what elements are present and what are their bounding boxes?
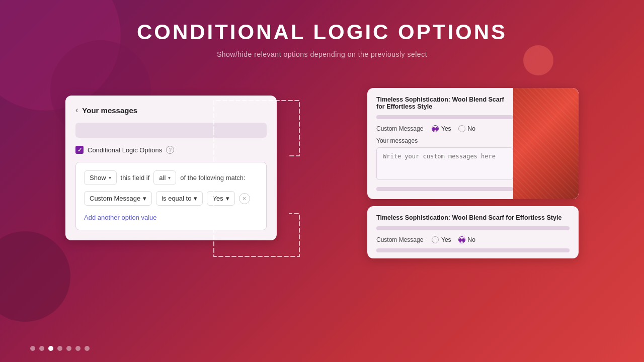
top-custom-message-label: Custom Message <box>376 125 427 132</box>
checkbox-row: Conditional Logic Options ? <box>75 146 267 154</box>
page-subtitle: Show/hide relevant options depending on … <box>0 50 644 58</box>
dot-2[interactable] <box>39 346 44 351</box>
close-icon: × <box>243 195 247 202</box>
condition-operator-dropdown[interactable]: is equal to ▾ <box>156 191 203 206</box>
bottom-yes-radio[interactable] <box>432 236 439 243</box>
chevron-down-icon-5: ▾ <box>226 195 229 202</box>
show-dropdown[interactable]: Show ▾ <box>84 170 117 185</box>
scarf-image <box>513 88 579 199</box>
dot-1[interactable] <box>30 346 35 351</box>
dot-4[interactable] <box>57 346 62 351</box>
dot-5[interactable] <box>66 346 71 351</box>
chevron-down-icon: ▾ <box>109 175 111 180</box>
card-title: Your messages <box>82 106 137 115</box>
chevron-down-icon-3: ▾ <box>143 195 146 202</box>
top-product-card: Timeless Sophistication: Wool Blend Scar… <box>367 88 579 199</box>
top-your-messages-label: Your messages <box>376 137 513 144</box>
chevron-down-icon-2: ▾ <box>168 175 171 180</box>
header: CONDITIONAL LOGIC OPTIONS Show/hide rele… <box>0 0 644 58</box>
bottom-no-option[interactable]: No <box>458 236 475 243</box>
checkbox-label: Conditional Logic Options <box>88 146 162 154</box>
dot-6[interactable] <box>75 346 80 351</box>
bottom-bottom-bar <box>376 248 570 252</box>
bottom-custom-message-row: Custom Message Yes No <box>376 236 570 243</box>
logic-row-2: Custom Message ▾ is equal to ▾ Yes ▾ × <box>84 191 258 206</box>
following-match-label: of the following match: <box>180 174 245 182</box>
messages-textarea[interactable] <box>376 147 513 180</box>
help-icon[interactable]: ? <box>166 146 174 154</box>
scarf-texture <box>513 88 579 199</box>
chevron-down-icon-4: ▾ <box>194 195 197 202</box>
bottom-custom-message-label: Custom Message <box>376 236 427 243</box>
bottom-product-title: Timeless Sophistication: Wool Blend Scar… <box>376 214 570 221</box>
top-yes-option[interactable]: Yes <box>432 125 451 132</box>
card-header: ‹ Your messages <box>75 106 267 115</box>
top-product-input-bar[interactable] <box>376 115 513 119</box>
logic-box: Show ▾ this field if all ▾ of the follow… <box>75 162 267 230</box>
all-dropdown[interactable]: all ▾ <box>153 170 176 185</box>
bottom-product-input-bar[interactable] <box>376 226 570 230</box>
dot-3-active[interactable] <box>48 346 53 351</box>
dots-row <box>30 346 90 351</box>
condition-field-dropdown[interactable]: Custom Message ▾ <box>84 191 152 206</box>
add-option-link[interactable]: Add another option value <box>84 214 157 221</box>
left-panel: ‹ Your messages Conditional Logic Option… <box>65 96 277 240</box>
top-yes-radio[interactable] <box>432 125 439 132</box>
bottom-product-card: Timeless Sophistication: Wool Blend Scar… <box>367 206 579 258</box>
top-product-title: Timeless Sophistication: Wool Blend Scar… <box>376 96 513 110</box>
messages-card: ‹ Your messages Conditional Logic Option… <box>65 96 277 240</box>
back-arrow-icon[interactable]: ‹ <box>75 106 78 115</box>
logic-row-1: Show ▾ this field if all ▾ of the follow… <box>84 170 258 185</box>
dot-7[interactable] <box>85 346 90 351</box>
bottom-radio-group: Yes No <box>432 236 475 243</box>
radio-dot-2 <box>459 238 462 242</box>
conditional-logic-checkbox[interactable] <box>75 146 84 154</box>
condition-value-dropdown[interactable]: Yes ▾ <box>207 191 234 206</box>
page-title: CONDITIONAL LOGIC OPTIONS <box>0 20 644 44</box>
input-bar[interactable] <box>75 123 267 138</box>
this-field-label: this field if <box>121 174 150 182</box>
radio-dot <box>432 127 435 131</box>
top-bottom-bar <box>376 187 513 191</box>
top-custom-message-row: Custom Message Yes No <box>376 125 513 132</box>
top-no-option[interactable]: No <box>458 125 475 132</box>
top-radio-group: Yes No <box>432 125 475 132</box>
content-area: ‹ Your messages Conditional Logic Option… <box>0 85 644 332</box>
bottom-no-radio[interactable] <box>458 236 465 243</box>
bottom-yes-option[interactable]: Yes <box>432 236 451 243</box>
top-messages-section: Your messages <box>376 137 513 182</box>
right-panel: Timeless Sophistication: Wool Blend Scar… <box>367 88 579 258</box>
top-no-radio[interactable] <box>458 125 465 132</box>
remove-condition-button[interactable]: × <box>239 193 250 204</box>
